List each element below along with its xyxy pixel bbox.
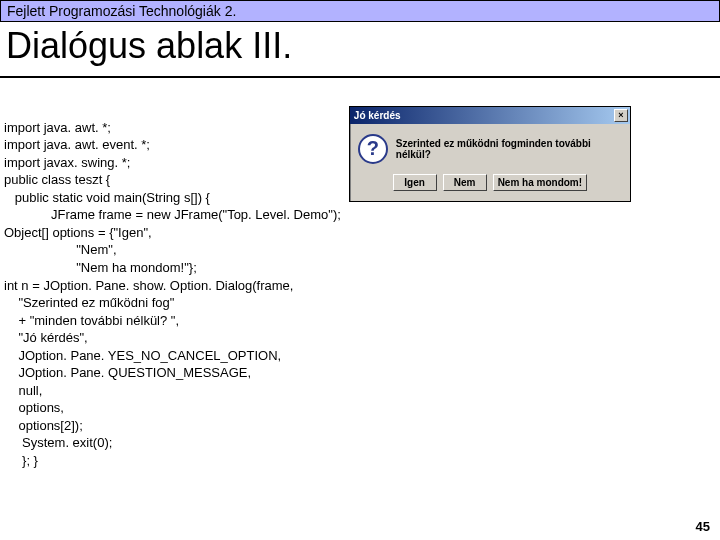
dialog-title-text: Jó kérdés (354, 110, 401, 121)
content-row: import java. awt. *; import java. awt. e… (0, 106, 720, 483)
dialog-screenshot: Jó kérdés × ? Szerinted ez működni fogmi… (349, 106, 631, 202)
dialog-button-row: Igen Nem Nem ha mondom! (350, 170, 630, 201)
dialog-message: Szerinted ez működni fogminden további n… (396, 138, 622, 160)
yes-button[interactable]: Igen (393, 174, 437, 191)
windows-dialog: Jó kérdés × ? Szerinted ez működni fogmi… (349, 106, 631, 202)
close-icon[interactable]: × (614, 109, 628, 122)
dialog-body: ? Szerinted ez működni fogminden további… (350, 124, 630, 170)
slide-title: Dialógus ablak III. (0, 22, 720, 78)
code-listing: import java. awt. *; import java. awt. e… (4, 119, 341, 470)
slide-header: Fejlett Programozási Technológiák 2. (0, 0, 720, 22)
cancel-button[interactable]: Nem ha mondom! (493, 174, 587, 191)
dialog-titlebar: Jó kérdés × (350, 107, 630, 124)
question-icon: ? (358, 134, 388, 164)
page-number: 45 (696, 519, 710, 534)
no-button[interactable]: Nem (443, 174, 487, 191)
